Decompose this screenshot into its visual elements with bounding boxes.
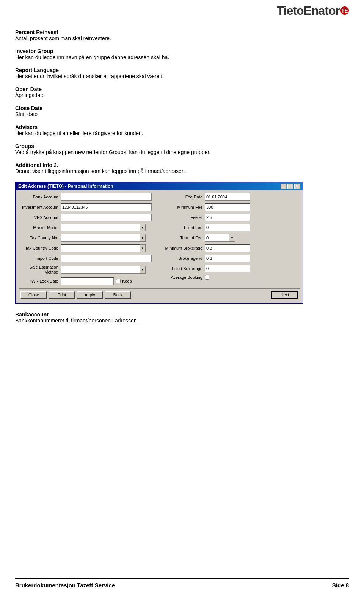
section-investor-group: Investor Group Her kan du legge inn navn… [15, 48, 349, 60]
bank-account-input[interactable] [61, 193, 152, 201]
import-code-input[interactable] [61, 255, 152, 262]
minimize-button[interactable]: _ [281, 184, 287, 189]
term-of-fee-row: Term of Fee 0 ▼ [163, 234, 300, 242]
average-booking-checkbox[interactable] [205, 275, 209, 280]
logo: TietoEnatorTE [277, 4, 349, 18]
bankaccount-body: Bankkontonummeret til firmaet/personen i… [15, 318, 349, 324]
section-open-date: Open Date Åpningsdato [15, 86, 349, 98]
bank-account-row: Bank Account [19, 193, 155, 201]
fee-date-label: Fee Date [163, 195, 205, 199]
fixed-fee-row: Fixed Fee [163, 224, 300, 231]
term-of-fee-label: Term of Fee [163, 236, 205, 240]
maximize-button[interactable]: □ [287, 184, 293, 189]
tax-country-code-wrapper: ▼ [61, 244, 146, 252]
tax-country-code-select[interactable] [61, 244, 146, 252]
section-body-close-date: Slutt dato [15, 111, 349, 117]
close-button[interactable]: Close [20, 291, 47, 299]
tax-county-select[interactable] [61, 234, 146, 242]
logo-text: TietoEnator [277, 4, 340, 17]
minimum-fee-row: Minimum Fee [163, 203, 300, 211]
section-title-groups: Groups [15, 143, 349, 149]
market-model-select[interactable] [61, 224, 146, 231]
average-booking-label: Average Booking [163, 275, 205, 280]
investment-account-row: Investment Account [19, 203, 155, 211]
fixed-brokerage-input[interactable] [205, 265, 250, 272]
tax-country-code-row: Tax Country Code ▼ [19, 244, 155, 252]
tax-county-wrapper: ▼ [61, 234, 146, 242]
section-groups: Groups Ved å trykke på knappen new neden… [15, 143, 349, 155]
back-button[interactable]: Back [105, 291, 131, 299]
section-title-report-language: Report Language [15, 67, 349, 73]
brokerage-percent-row: Brokerage % [163, 255, 300, 262]
sale-estimation-wrapper: ▼ [61, 266, 146, 274]
additional-info-body: Denne viser tilleggsinformasjon som kan … [15, 168, 349, 174]
footer-right-buttons: Next [271, 291, 298, 299]
keep-label: Keep [122, 279, 132, 283]
print-button[interactable]: Print [49, 291, 75, 299]
vps-account-row: VPS Account [19, 214, 155, 221]
market-model-wrapper: ▼ [61, 224, 146, 231]
section-close-date: Close Date Slutt dato [15, 105, 349, 117]
investment-account-label: Investment Account [19, 205, 61, 209]
keep-checkbox-row: Keep [116, 279, 132, 283]
minimum-brokerage-input[interactable] [205, 244, 250, 252]
form-right-column: Fee Date Minimum Fee Fee % Fixed Fee [163, 193, 300, 286]
import-code-label: Import Code [19, 256, 61, 261]
section-body-advisers: Her kan du legge til en eller flere rådg… [15, 130, 349, 136]
fee-percent-label: Fee % [163, 215, 205, 220]
fixed-brokerage-label: Fixed Brokerage [163, 266, 205, 271]
dialog-titlebar: Edit Address (TIETO) - Personal Informat… [16, 182, 303, 190]
twr-lock-date-label: TWR Lock Date [19, 279, 61, 283]
minimum-fee-input[interactable] [205, 203, 250, 211]
edit-address-dialog: Edit Address (TIETO) - Personal Informat… [15, 182, 303, 304]
section-title-investor-group: Investor Group [15, 48, 349, 54]
titlebar-buttons[interactable]: _ □ ✕ [281, 184, 300, 189]
minimum-brokerage-row: Minimum Brokerage [163, 244, 300, 252]
footer-right-text: Side 8 [332, 582, 349, 588]
fixed-brokerage-row: Fixed Brokerage [163, 265, 300, 272]
sale-estimation-label: Sale EstimationMethod [19, 265, 61, 275]
minimum-fee-label: Minimum Fee [163, 205, 205, 209]
brokerage-percent-label: Brokerage % [163, 256, 205, 261]
vps-account-label: VPS Account [19, 215, 61, 220]
average-booking-row: Average Booking [163, 275, 300, 280]
section-body-investor-group: Her kan du legge inn navn på en gruppe d… [15, 54, 349, 60]
close-titlebar-button[interactable]: ✕ [294, 184, 300, 189]
fee-percent-row: Fee % [163, 214, 300, 221]
section-body-percent-reinvest: Antall prosent som man skal reinvestere. [15, 35, 349, 41]
term-of-fee-select[interactable]: 0 [205, 234, 235, 242]
next-button[interactable]: Next [271, 291, 298, 299]
footer-left-text: Brukerdokumentasjon Tazett Service [15, 582, 115, 588]
keep-checkbox[interactable] [116, 279, 121, 283]
twr-lock-date-row: TWR Lock Date Keep [19, 277, 155, 285]
bank-account-label: Bank Account [19, 195, 61, 199]
section-title-open-date: Open Date [15, 86, 349, 92]
import-code-row: Import Code [19, 255, 155, 262]
sale-estimation-row: Sale EstimationMethod ▼ [19, 265, 155, 275]
fee-date-input[interactable] [205, 193, 250, 201]
section-title-advisers: Advisers [15, 124, 349, 130]
form-left-column: Bank Account Investment Account VPS Acco… [19, 193, 155, 286]
fixed-fee-input[interactable] [205, 224, 250, 231]
section-bankaccount: Bankaccount Bankkontonummeret til firmae… [15, 311, 349, 324]
sale-estimation-select[interactable] [61, 266, 146, 274]
vps-account-input[interactable] [61, 214, 152, 221]
market-model-row: Market Model ▼ [19, 224, 155, 231]
dialog-body: Bank Account Investment Account VPS Acco… [16, 190, 303, 303]
brokerage-percent-input[interactable] [205, 255, 250, 262]
tax-county-label: Tax County No. [19, 236, 61, 240]
section-title-close-date: Close Date [15, 105, 349, 111]
fee-percent-input[interactable] [205, 214, 250, 221]
section-report-language: Report Language Her setter du hvilket sp… [15, 67, 349, 79]
footer-left-buttons: Close Print Apply Back [20, 291, 131, 299]
section-advisers: Advisers Her kan du legge til en eller f… [15, 124, 349, 136]
minimum-brokerage-label: Minimum Brokerage [163, 246, 205, 250]
tax-country-code-label: Tax Country Code [19, 246, 61, 250]
term-of-fee-wrapper: 0 ▼ [205, 234, 235, 242]
dialog-footer: Close Print Apply Back Next [19, 288, 300, 300]
section-title-percent-reinvest: Percent Reinvest [15, 29, 349, 35]
investment-account-input[interactable] [61, 203, 152, 211]
dialog-title: Edit Address (TIETO) - Personal Informat… [18, 184, 113, 189]
apply-button[interactable]: Apply [77, 291, 103, 299]
twr-lock-date-input[interactable] [61, 277, 114, 285]
